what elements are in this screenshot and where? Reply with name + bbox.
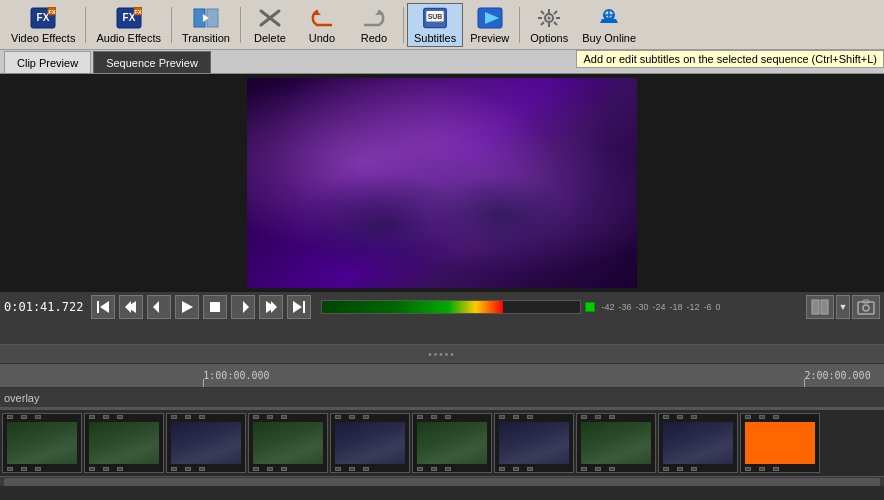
controls-row: 0:01:41.722 <box>0 292 884 322</box>
transport-area: 0:01:41.722 <box>0 292 884 344</box>
video-preview-area <box>0 74 884 292</box>
prev-frame-button[interactable] <box>119 295 143 319</box>
svg-marker-38 <box>243 301 249 313</box>
video-figures <box>247 78 637 288</box>
svg-marker-34 <box>125 301 131 313</box>
film-frame-7 <box>494 413 574 473</box>
svg-point-46 <box>863 305 869 311</box>
svg-marker-35 <box>153 301 159 313</box>
svg-line-25 <box>554 22 557 25</box>
audio-effects-button[interactable]: FX FX Audio Effects <box>89 3 168 47</box>
toolbar: FX FX Video Effects FX FX Audio Effects <box>0 0 884 50</box>
svg-line-26 <box>554 11 557 14</box>
preview-label: Preview <box>470 32 509 44</box>
svg-marker-36 <box>182 301 193 313</box>
next-frame-button[interactable] <box>259 295 283 319</box>
sep3 <box>240 7 241 43</box>
film-frame-1 <box>2 413 82 473</box>
transition-label: Transition <box>182 32 230 44</box>
subtitles-button[interactable]: SUB Subtitles <box>407 3 463 47</box>
time-display: 0:01:41.722 <box>4 300 83 314</box>
options-label: Options <box>530 32 568 44</box>
fast-forward-button[interactable] <box>231 295 255 319</box>
meter-peak-indicator <box>585 302 595 312</box>
ruler-tick-2 <box>804 379 805 387</box>
svg-line-24 <box>541 11 544 14</box>
meter-labels: -42 -36 -30 -24 -18 -12 -6 0 <box>601 302 720 312</box>
redo-icon <box>361 6 387 30</box>
film-frame-4 <box>248 413 328 473</box>
redo-button[interactable]: Redo <box>348 3 400 47</box>
meter-container: -42 -36 -30 -24 -18 -12 -6 0 <box>321 300 720 314</box>
undo-icon <box>309 6 335 30</box>
svg-rect-41 <box>303 301 305 313</box>
storyboard-view-button[interactable] <box>806 295 834 319</box>
subtitles-icon: SUB <box>422 6 448 30</box>
delete-button[interactable]: Delete <box>244 3 296 47</box>
scroll-handle: ••••• <box>428 349 456 360</box>
film-frame-2 <box>84 413 164 473</box>
ruler-tick-1 <box>203 379 204 387</box>
go-start-button[interactable] <box>91 295 115 319</box>
undo-label: Undo <box>309 32 335 44</box>
film-frame-10-orange <box>740 413 820 473</box>
meter-fill <box>322 301 503 313</box>
svg-rect-44 <box>821 300 828 314</box>
right-buttons: ▼ <box>806 295 880 319</box>
preview-button[interactable]: Preview <box>463 3 516 47</box>
bottom-scrollbar[interactable] <box>0 476 884 486</box>
ruler-mark-2: 2:00:00.000 <box>804 370 870 381</box>
film-frame-5 <box>330 413 410 473</box>
audio-meter-area: -42 -36 -30 -24 -18 -12 -6 0 <box>313 300 806 314</box>
scroll-track[interactable] <box>4 478 880 486</box>
preview-icon <box>477 6 503 30</box>
options-button[interactable]: Options <box>523 3 575 47</box>
filmstrip <box>0 408 884 476</box>
redo-label: Redo <box>361 32 387 44</box>
sep5 <box>519 7 520 43</box>
film-frame-3 <box>166 413 246 473</box>
delete-icon <box>257 6 283 30</box>
tab-sequence-preview[interactable]: Sequence Preview <box>93 51 211 73</box>
subtitles-label: Subtitles <box>414 32 456 44</box>
view-dropdown-button[interactable]: ▼ <box>836 295 850 319</box>
stop-button[interactable] <box>203 295 227 319</box>
tab-clip-preview[interactable]: Clip Preview <box>4 51 91 73</box>
transition-button[interactable]: Transition <box>175 3 237 47</box>
timeline-ruler: 1:00:00.000 2:00:00.000 <box>0 364 884 388</box>
audio-effects-label: Audio Effects <box>96 32 161 44</box>
meter-bar <box>321 300 581 314</box>
undo-button[interactable]: Undo <box>296 3 348 47</box>
subtitles-tooltip: Add or edit subtitles on the selected se… <box>576 50 884 68</box>
svg-point-19 <box>548 16 551 19</box>
overlay-track-label: overlay <box>0 388 884 408</box>
play-button[interactable] <box>175 295 199 319</box>
svg-rect-43 <box>812 300 819 314</box>
film-frame-6 <box>412 413 492 473</box>
ruler-mark-1: 1:00:00.000 <box>203 370 269 381</box>
svg-marker-40 <box>271 301 277 313</box>
svg-marker-42 <box>293 301 302 313</box>
preview-tabs-bar: Clip Preview Sequence Preview Add or edi… <box>0 50 884 74</box>
rewind-button[interactable] <box>147 295 171 319</box>
sep1 <box>85 7 86 43</box>
sep2 <box>171 7 172 43</box>
buy-online-icon <box>596 6 622 30</box>
svg-line-27 <box>541 22 544 25</box>
svg-text:FX: FX <box>134 9 142 15</box>
video-effects-button[interactable]: FX FX Video Effects <box>4 3 82 47</box>
delete-label: Delete <box>254 32 286 44</box>
audio-effects-icon: FX FX <box>116 6 142 30</box>
buy-online-label: Buy Online <box>582 32 636 44</box>
transition-icon <box>193 6 219 30</box>
timeline-scroll-strip[interactable]: ••••• <box>0 344 884 364</box>
go-end-button[interactable] <box>287 295 311 319</box>
buy-online-button[interactable]: Buy Online <box>575 3 643 47</box>
options-icon <box>536 6 562 30</box>
svg-text:SUB: SUB <box>428 12 443 19</box>
svg-rect-37 <box>210 302 220 312</box>
snapshot-button[interactable] <box>852 295 880 319</box>
svg-text:FX: FX <box>48 9 56 15</box>
svg-rect-45 <box>858 302 874 314</box>
svg-marker-32 <box>100 301 109 313</box>
